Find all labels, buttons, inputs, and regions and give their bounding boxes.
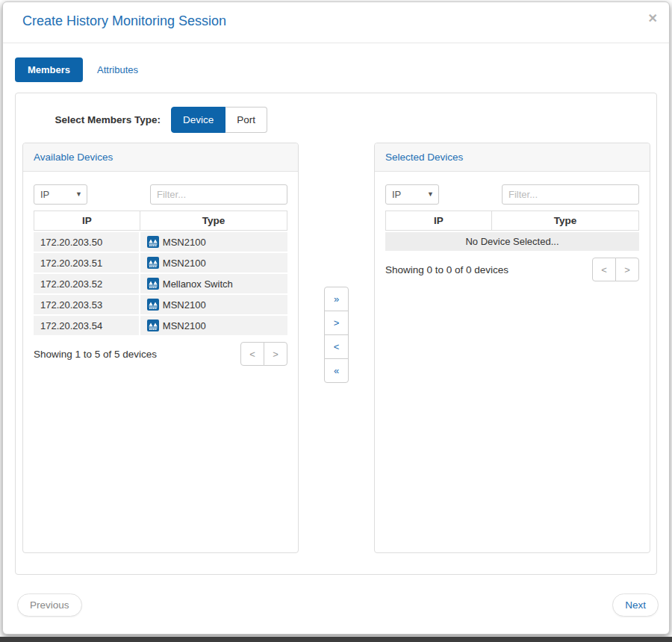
device-type: MSN2100: [163, 258, 206, 269]
prev-page-button[interactable]: <: [592, 258, 616, 281]
selected-controls-row: IP ▼: [385, 184, 639, 205]
table-row[interactable]: 172.20.203.51 MSN2100: [34, 253, 287, 274]
available-devices-body: IP ▼ IP Type 17: [23, 172, 298, 366]
available-search-by-select[interactable]: IP: [34, 184, 87, 205]
empty-row: No Device Selected...: [385, 231, 639, 252]
move-left-button[interactable]: <: [324, 334, 349, 359]
tab-members[interactable]: Members: [15, 57, 83, 82]
column-header-ip[interactable]: IP: [34, 211, 140, 231]
device-type-cell: MSN2100: [140, 316, 287, 337]
selected-devices-title: Selected Devices: [375, 143, 650, 172]
port-toggle-button[interactable]: Port: [225, 107, 267, 133]
selected-devices-body: IP ▼ IP Type: [375, 172, 650, 281]
transfer-button-group: » > < «: [324, 287, 349, 383]
previous-button[interactable]: Previous: [17, 593, 82, 617]
selected-devices-panel: Selected Devices IP ▼: [374, 143, 650, 553]
tab-bar: Members Attributes: [3, 43, 669, 93]
device-ip: 172.20.203.50: [34, 231, 140, 253]
table-row[interactable]: 172.20.203.52 Mellanox Switch: [34, 274, 287, 295]
members-type-toggle: Device Port: [171, 107, 267, 133]
device-type: MSN2100: [163, 299, 206, 311]
available-controls-row: IP ▼: [34, 184, 287, 205]
available-filter-input[interactable]: [150, 184, 287, 205]
dialog-header: Create History Monitoring Session ✕: [3, 2, 669, 43]
create-history-monitoring-dialog: Create History Monitoring Session ✕ Memb…: [2, 1, 670, 635]
selected-pagination: < >: [592, 258, 639, 281]
available-devices-table: IP Type 172.20.203.50: [34, 211, 287, 337]
available-devices-panel: Available Devices IP ▼: [22, 143, 299, 553]
selected-summary-row: Showing 0 to 0 of 0 devices < >: [385, 258, 639, 281]
next-page-button[interactable]: >: [264, 342, 287, 366]
table-row[interactable]: 172.20.203.50 MSN2100: [34, 231, 287, 253]
move-all-right-button[interactable]: »: [324, 287, 349, 311]
available-search-by-select-wrap: IP ▼: [34, 184, 87, 205]
switch-icon: [147, 236, 159, 248]
device-type-cell: MSN2100: [140, 295, 287, 316]
device-type: MSN2100: [163, 320, 206, 331]
move-right-button[interactable]: >: [324, 311, 349, 335]
device-ip: 172.20.203.54: [34, 316, 140, 337]
selected-search-by-select-wrap: IP ▼: [385, 184, 439, 205]
switch-icon: [147, 257, 159, 269]
device-ip: 172.20.203.51: [34, 253, 140, 274]
switch-icon: [147, 278, 159, 290]
panels-row: Available Devices IP ▼: [16, 133, 656, 553]
close-icon[interactable]: ✕: [648, 13, 658, 25]
members-tab-content: Select Members Type: Device Port Availab…: [15, 93, 657, 575]
device-type-cell: MSN2100: [140, 231, 287, 253]
members-type-label: Select Members Type:: [16, 114, 161, 125]
available-summary-text: Showing 1 to 5 of 5 devices: [34, 349, 157, 360]
column-header-ip[interactable]: IP: [385, 211, 492, 231]
device-type: MSN2100: [163, 237, 206, 248]
available-summary-row: Showing 1 to 5 of 5 devices < >: [34, 342, 287, 366]
selected-filter-input[interactable]: [502, 184, 639, 205]
device-type: Mellanox Switch: [163, 278, 233, 290]
move-all-left-button[interactable]: «: [324, 358, 349, 383]
selected-devices-table: IP Type No Device Selected...: [385, 211, 639, 252]
no-device-selected-text: No Device Selected...: [385, 231, 639, 252]
dialog-title: Create History Monitoring Session: [22, 13, 650, 29]
device-type-cell: Mellanox Switch: [140, 274, 287, 295]
device-ip: 172.20.203.53: [34, 295, 140, 316]
device-type-cell: MSN2100: [140, 253, 287, 274]
selected-summary-text: Showing 0 to 0 of 0 devices: [385, 264, 508, 275]
next-page-button[interactable]: >: [615, 258, 639, 281]
device-toggle-button[interactable]: Device: [171, 107, 225, 133]
transfer-column: » > < «: [299, 143, 374, 553]
table-row[interactable]: 172.20.203.54 MSN2100: [34, 316, 287, 337]
device-ip: 172.20.203.52: [34, 274, 140, 295]
page-backdrop-strip: [0, 637, 672, 642]
switch-icon: [147, 320, 159, 331]
available-pagination: < >: [240, 342, 287, 366]
prev-page-button[interactable]: <: [240, 342, 264, 366]
tab-attributes[interactable]: Attributes: [97, 64, 138, 75]
available-devices-tbody: 172.20.203.50 MSN2100: [34, 231, 287, 337]
table-row[interactable]: 172.20.203.53 MSN2100: [34, 295, 287, 316]
switch-icon: [147, 299, 159, 311]
members-type-row: Select Members Type: Device Port: [16, 107, 656, 133]
available-devices-title: Available Devices: [23, 143, 298, 172]
next-button[interactable]: Next: [612, 593, 659, 617]
column-header-type[interactable]: Type: [492, 211, 639, 231]
selected-search-by-select[interactable]: IP: [385, 184, 439, 205]
column-header-type[interactable]: Type: [140, 211, 287, 231]
dialog-footer: Previous Next: [3, 575, 669, 634]
